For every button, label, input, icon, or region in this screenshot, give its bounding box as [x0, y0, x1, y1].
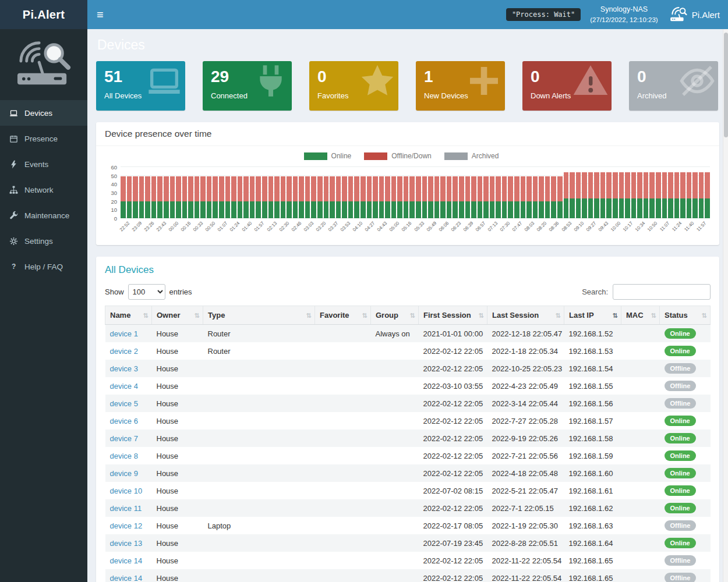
scrollbar-thumb[interactable]	[724, 33, 728, 137]
device-link[interactable]: device 14	[110, 574, 143, 582]
sidebar-toggle-button[interactable]: ≡	[87, 0, 113, 29]
host-datetime: (27/12/2022, 12:10:23)	[590, 15, 658, 24]
column-header-last-ip[interactable]: Last IP⇅	[564, 306, 621, 325]
vertical-scrollbar[interactable]	[723, 29, 728, 582]
sidebar-item-presence[interactable]: Presence	[0, 126, 87, 151]
info-box-down-alerts[interactable]: 0Down Alerts	[522, 61, 612, 111]
bar-offline-segment	[361, 176, 366, 201]
device-link[interactable]: device 8	[110, 452, 138, 460]
device-link[interactable]: device 9	[110, 469, 138, 478]
bar-online-segment	[305, 201, 310, 218]
chart-bar	[121, 176, 126, 218]
chart-bar	[262, 176, 267, 218]
cell-favorite	[315, 412, 371, 430]
sidebar-item-maintenance[interactable]: Maintenance	[0, 203, 87, 228]
page-title: Devices	[97, 37, 719, 53]
cell-type: Laptop	[203, 517, 315, 534]
device-link[interactable]: device 6	[110, 417, 138, 425]
column-header-name[interactable]: Name⇅	[105, 306, 152, 325]
chart-bar	[176, 176, 181, 218]
navbar-brand-right[interactable]: Pi.Alert	[669, 7, 720, 22]
chart-bar	[619, 172, 624, 218]
sidebar-item-network[interactable]: Network	[0, 177, 87, 203]
cell-mac	[621, 412, 660, 430]
chart-bar	[564, 172, 569, 218]
column-header-owner[interactable]: Owner⇅	[152, 306, 203, 325]
sort-icon: ⇅	[410, 311, 415, 319]
search-input[interactable]	[613, 284, 711, 300]
info-box-favorites[interactable]: 0Favorites	[309, 61, 398, 111]
device-link[interactable]: device 10	[110, 487, 143, 495]
chart-bar	[367, 176, 372, 218]
chart-bar	[379, 176, 384, 218]
chart-bar	[692, 172, 698, 218]
chart-bar	[514, 176, 520, 218]
column-header-favorite[interactable]: Favorite⇅	[315, 306, 371, 325]
cell-group	[371, 482, 419, 499]
device-link[interactable]: device 11	[110, 504, 142, 513]
column-header-mac[interactable]: MAC⇅	[621, 306, 660, 325]
cell-last-session: 2022-4-23 22:05.49	[487, 377, 564, 395]
cell-first-session: 2021-01-01 00:00	[419, 325, 487, 343]
device-link[interactable]: device 3	[110, 364, 138, 373]
bar-online-segment	[409, 201, 415, 218]
info-box-all-devices[interactable]: 51All Devices	[96, 61, 185, 111]
column-header-label: Group	[376, 311, 398, 320]
chart-bar	[606, 172, 612, 218]
device-link[interactable]: device 1	[110, 329, 138, 338]
cell-group	[371, 342, 419, 360]
column-header-group[interactable]: Group⇅	[371, 306, 419, 325]
cell-last-ip: 192.168.1.52	[564, 325, 621, 343]
show-label: Show	[105, 288, 124, 296]
sidebar-item-help-faq[interactable]: ?Help / FAQ	[0, 254, 87, 279]
column-header-type[interactable]: Type⇅	[203, 306, 315, 325]
sidebar-item-settings[interactable]: Settings	[0, 228, 87, 254]
cell-last-ip: 192.168.1.53	[564, 342, 621, 360]
bar-offline-segment	[508, 176, 513, 201]
chart-bar	[459, 176, 464, 218]
info-box-archived[interactable]: 0Archived	[629, 61, 718, 111]
sidebar-item-label: Maintenance	[24, 211, 69, 220]
sidebar-item-events[interactable]: Events	[0, 151, 87, 177]
bar-offline-segment	[164, 176, 169, 201]
device-link[interactable]: device 12	[110, 521, 143, 530]
page-length-select[interactable]: 100	[128, 284, 165, 300]
device-link[interactable]: device 2	[110, 347, 138, 356]
chart-plot	[121, 167, 710, 218]
status-badge: Online	[665, 503, 696, 513]
device-link[interactable]: device 13	[110, 539, 143, 548]
cell-mac	[621, 499, 660, 517]
info-box-connected[interactable]: 29Connected	[203, 61, 292, 111]
devices-table-head-row: Name⇅Owner⇅Type⇅Favorite⇅Group⇅First Ses…	[105, 306, 711, 325]
sidebar-item-devices[interactable]: Devices	[0, 100, 87, 126]
cell-favorite	[315, 552, 371, 569]
cell-type: Router	[203, 342, 315, 360]
cell-status: Online	[660, 534, 711, 552]
bar-online-segment	[243, 201, 249, 218]
legend-swatch	[444, 152, 468, 160]
device-link[interactable]: device 5	[110, 399, 138, 408]
sort-icon: ⇅	[702, 311, 707, 319]
bar-offline-segment	[699, 172, 704, 198]
bar-online-segment	[311, 201, 316, 218]
device-link[interactable]: device 4	[110, 382, 138, 391]
bar-online-segment	[200, 201, 206, 218]
device-link[interactable]: device 7	[110, 434, 138, 443]
cell-owner: House	[152, 552, 203, 569]
top-navbar: Pi.Alert ≡ "Process: Wait" Synology-NAS …	[0, 0, 728, 29]
brand-logo[interactable]: Pi.Alert	[0, 0, 87, 29]
column-header-last-session[interactable]: Last Session⇅	[487, 306, 564, 325]
cell-name: device 13	[105, 534, 152, 552]
device-link[interactable]: device 14	[110, 556, 143, 565]
chart-bar	[256, 176, 261, 218]
cell-type	[203, 377, 315, 395]
column-header-status[interactable]: Status⇅	[660, 306, 711, 325]
info-box-new-devices[interactable]: 1New Devices	[416, 61, 505, 111]
chart-bar	[330, 176, 335, 218]
chart-bar	[680, 172, 685, 218]
chart-bar	[539, 176, 544, 218]
bar-online-segment	[397, 201, 402, 218]
column-header-first-session[interactable]: First Session⇅	[419, 306, 487, 325]
chart-bar	[336, 176, 341, 218]
bar-online-segment	[570, 198, 575, 218]
